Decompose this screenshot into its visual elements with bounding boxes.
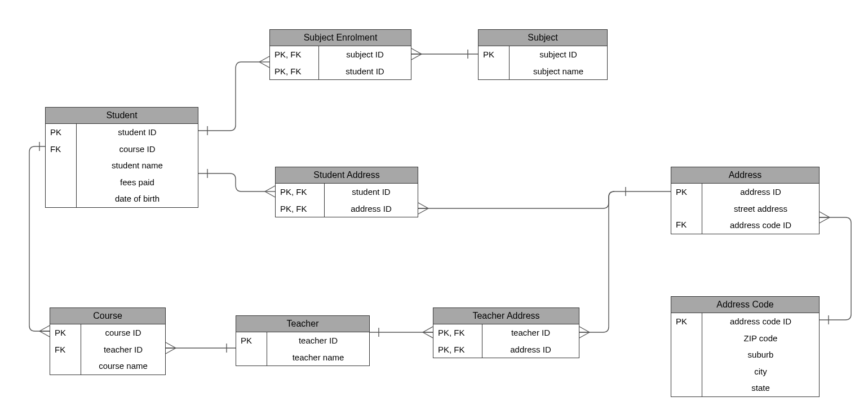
entity-course: Course PK FK course ID teacher ID course… bbox=[50, 307, 166, 375]
field-cell: date of birth bbox=[77, 190, 198, 207]
entity-student: Student PK FK student ID course ID stude… bbox=[45, 107, 198, 208]
entity-title: Subject bbox=[479, 30, 607, 46]
field-cell: address code ID bbox=[702, 313, 819, 330]
key-cell: PK bbox=[46, 124, 76, 141]
field-cell: address ID bbox=[325, 200, 418, 217]
entity-title: Teacher Address bbox=[433, 308, 579, 324]
key-cell: PK bbox=[236, 332, 267, 349]
key-cell: PK, FK bbox=[276, 184, 324, 200]
svg-line-1 bbox=[259, 56, 269, 62]
key-cell: FK bbox=[50, 341, 81, 358]
key-cell: PK bbox=[479, 46, 509, 63]
field-cell: subject ID bbox=[319, 46, 411, 63]
key-cell: PK bbox=[671, 184, 702, 200]
field-cell: street address bbox=[702, 200, 819, 217]
field-cell: teacher name bbox=[267, 349, 369, 366]
field-cell: course ID bbox=[77, 141, 198, 158]
key-cell bbox=[46, 189, 76, 204]
entity-title: Address Code bbox=[671, 297, 819, 313]
field-cell: teacher ID bbox=[267, 332, 369, 349]
key-cell: FK bbox=[671, 216, 702, 233]
key-cell: PK, FK bbox=[276, 200, 324, 217]
entity-subject: Subject PK subject ID subject name bbox=[478, 29, 608, 80]
svg-line-7 bbox=[265, 191, 275, 197]
entity-teacher: Teacher PK teacher ID teacher name bbox=[236, 315, 370, 366]
field-cell: teacher ID bbox=[482, 324, 579, 341]
svg-line-29 bbox=[166, 342, 176, 348]
entity-title: Course bbox=[50, 308, 165, 324]
er-diagram-canvas: Student PK FK student ID course ID stude… bbox=[0, 0, 868, 419]
key-cell: PK, FK bbox=[270, 63, 318, 80]
field-cell: city bbox=[702, 363, 819, 380]
key-cell: PK bbox=[671, 313, 702, 330]
svg-line-15 bbox=[418, 208, 428, 214]
field-cell: teacher ID bbox=[81, 341, 165, 358]
entity-subject-enrolment: Subject Enrolment PK, FK PK, FK subject … bbox=[269, 29, 411, 80]
field-cell: ZIP code bbox=[702, 330, 819, 347]
key-cell: PK, FK bbox=[270, 46, 318, 63]
key-cell bbox=[671, 200, 702, 216]
key-cell: PK, FK bbox=[433, 324, 482, 341]
field-cell: fees paid bbox=[77, 174, 198, 191]
key-cell bbox=[671, 377, 702, 393]
field-cell: student ID bbox=[325, 184, 418, 200]
key-cell: PK, FK bbox=[433, 341, 482, 358]
entity-title: Student bbox=[46, 108, 198, 124]
svg-line-13 bbox=[418, 203, 428, 208]
key-cell bbox=[671, 362, 702, 377]
field-cell: suburb bbox=[702, 346, 819, 363]
svg-line-9 bbox=[411, 48, 422, 54]
field-cell: course name bbox=[81, 358, 165, 375]
svg-line-37 bbox=[423, 332, 433, 338]
entity-student-address: Student Address PK, FK PK, FK student ID… bbox=[275, 167, 418, 217]
field-cell: course ID bbox=[81, 324, 165, 341]
field-cell: student name bbox=[77, 157, 198, 174]
entity-title: Subject Enrolment bbox=[270, 30, 411, 46]
field-cell: address code ID bbox=[702, 217, 819, 234]
svg-line-19 bbox=[579, 332, 590, 338]
svg-line-20 bbox=[820, 212, 830, 217]
field-cell: subject ID bbox=[510, 46, 607, 63]
field-cell: subject name bbox=[510, 63, 607, 80]
field-cell: address ID bbox=[702, 184, 819, 200]
field-cell: student ID bbox=[77, 124, 198, 141]
field-cell: state bbox=[702, 380, 819, 396]
entity-title: Teacher bbox=[236, 316, 369, 332]
entity-title: Student Address bbox=[276, 167, 418, 184]
entity-teacher-address: Teacher Address PK, FK PK, FK teacher ID… bbox=[433, 307, 579, 358]
svg-line-3 bbox=[259, 62, 269, 68]
svg-line-27 bbox=[39, 331, 50, 337]
entity-address-code: Address Code PK address code ID ZIP code… bbox=[671, 296, 820, 397]
key-cell bbox=[671, 330, 702, 346]
svg-line-25 bbox=[39, 326, 50, 331]
svg-line-22 bbox=[820, 217, 830, 223]
svg-line-31 bbox=[166, 348, 176, 354]
svg-line-17 bbox=[579, 327, 590, 332]
key-cell bbox=[46, 173, 76, 189]
svg-line-35 bbox=[423, 327, 433, 332]
key-cell bbox=[671, 346, 702, 362]
key-cell bbox=[479, 63, 509, 79]
entity-title: Address bbox=[671, 167, 819, 184]
key-cell: PK bbox=[50, 324, 81, 341]
key-cell bbox=[50, 358, 81, 373]
key-cell: FK bbox=[46, 141, 76, 158]
field-cell: address ID bbox=[482, 341, 579, 358]
svg-line-11 bbox=[411, 54, 422, 60]
field-cell: student ID bbox=[319, 63, 411, 80]
key-cell bbox=[46, 157, 76, 173]
svg-line-5 bbox=[265, 186, 275, 191]
key-cell bbox=[236, 349, 267, 365]
entity-address: Address PK FK address ID street address … bbox=[671, 167, 820, 234]
